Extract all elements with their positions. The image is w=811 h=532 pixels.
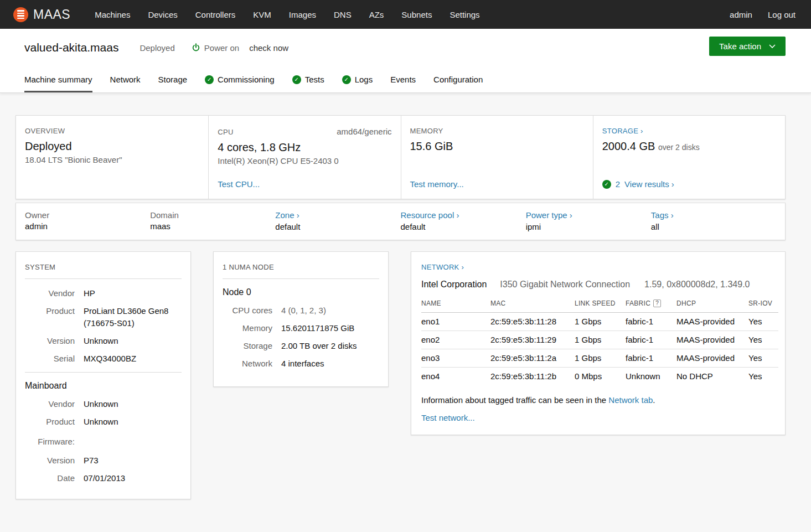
numa-memory-row: Memory15.6201171875 GiB (223, 322, 379, 334)
maas-logo-text: MAAS (33, 7, 70, 22)
tab-commissioning[interactable]: Commissioning (205, 66, 275, 92)
network-card: NETWORK › Intel Corporation I350 Gigabit… (411, 251, 786, 435)
tags-value: all (651, 222, 776, 231)
storage-cell: STORAGE › 2000.4 GB over 2 disks 2 View … (593, 116, 785, 199)
tagged-traffic-note: Information about tagged traffic can be … (421, 395, 775, 405)
storage-results-count-link[interactable]: 2 (616, 179, 620, 189)
nav-item-controllers[interactable]: Controllers (187, 0, 245, 29)
zone-link[interactable]: Zone › (275, 210, 299, 220)
test-network-link[interactable]: Test network... (421, 413, 475, 422)
nav-item-images[interactable]: Images (280, 0, 325, 29)
firmware-heading-row: Firmware: (25, 436, 182, 448)
check-power-now-link[interactable]: check now (249, 43, 288, 53)
maas-logo[interactable]: MAAS (13, 7, 70, 22)
power-type-value: ipmi (526, 222, 651, 231)
take-action-button[interactable]: Take action (709, 37, 786, 56)
tab-configuration[interactable]: Configuration (433, 66, 483, 92)
tags-link[interactable]: Tags › (651, 210, 674, 220)
system-card: SYSTEM VendorHP ProductProLiant DL360e G… (16, 251, 191, 499)
power-icon (192, 43, 200, 52)
system-heading: SYSTEM (25, 263, 182, 271)
meta-resource-pool: Resource pool › default (401, 210, 526, 231)
power-status-label: Power on (204, 43, 239, 53)
storage-size: 2000.4 GB over 2 disks (602, 140, 776, 153)
meta-power-type: Power type › ipmi (526, 210, 651, 231)
mainboard-heading: Mainboard (25, 381, 182, 391)
machine-tabs: Machine summary Network Storage Commissi… (0, 66, 811, 93)
success-check-icon (205, 75, 214, 84)
col-name: NAME (421, 296, 490, 313)
memory-size: 15.6 GiB (410, 140, 584, 153)
nav-item-logout[interactable]: Log out (760, 0, 798, 29)
storage-link[interactable]: STORAGE › (602, 127, 643, 135)
nav-item-machines[interactable]: Machines (86, 0, 139, 29)
take-action-label: Take action (719, 42, 761, 51)
tab-logs[interactable]: Logs (342, 66, 373, 92)
os-release: 18.04 LTS "Bionic Beaver" (25, 155, 199, 164)
success-check-icon (292, 75, 301, 84)
overview-card: OVERVIEW Deployed 18.04 LTS "Bionic Beav… (16, 115, 786, 199)
cpu-model: Intel(R) Xeon(R) CPU E5-2403 0 (218, 156, 391, 166)
memory-cell: MEMORY 15.6 GiB Test memory... (401, 116, 593, 199)
nav-item-subnets[interactable]: Subnets (392, 0, 441, 29)
firmware-version-row: VersionP73 (25, 454, 182, 467)
nav-item-settings[interactable]: Settings (441, 0, 488, 29)
resource-pool-value: default (401, 222, 526, 231)
test-memory-link[interactable]: Test memory... (410, 179, 464, 189)
mainboard-product-row: ProductUnknown (25, 416, 182, 428)
owner-label: Owner (25, 210, 150, 220)
col-dhcp: DHCP (676, 296, 748, 313)
nav-item-dns[interactable]: DNS (325, 0, 360, 29)
success-check-icon (342, 75, 351, 84)
tab-tests[interactable]: Tests (292, 66, 324, 92)
domain-value: maas (150, 221, 275, 231)
maas-logo-icon (13, 7, 28, 22)
chevron-down-icon (769, 44, 776, 48)
nic-info-line: Intel Corporation I350 Gigabit Network C… (421, 280, 775, 290)
tab-events[interactable]: Events (390, 66, 416, 92)
zone-value: default (275, 222, 400, 231)
fabric-help-icon[interactable]: ? (653, 299, 661, 307)
numa-heading: 1 NUMA NODE (223, 263, 379, 271)
test-cpu-link[interactable]: Test CPU... (218, 179, 260, 189)
firmware-date-row: Date07/01/2013 (25, 472, 182, 484)
overview-label: OVERVIEW (25, 127, 65, 135)
numa-storage-row: Storage2.00 TB over 2 disks (223, 340, 379, 352)
machine-summary-content: OVERVIEW Deployed 18.04 LTS "Bionic Beav… (0, 93, 811, 499)
interfaces-table: NAME MAC LINK SPEED FABRIC? DHCP SR-IOV … (421, 296, 778, 385)
resource-pool-link[interactable]: Resource pool › (401, 210, 459, 220)
numa-node-title: Node 0 (223, 287, 379, 297)
col-link-speed: LINK SPEED (575, 296, 626, 313)
col-fabric: FABRIC? (626, 296, 676, 313)
nav-item-admin[interactable]: admin (722, 0, 760, 29)
user-nav: admin Log out (722, 0, 798, 29)
cpu-cell: CPU amd64/generic 4 cores, 1.8 GHz Intel… (208, 116, 400, 199)
machine-header: valued-akita.maas Deployed Power on chec… (0, 29, 811, 66)
nav-item-devices[interactable]: Devices (139, 0, 186, 29)
top-navigation: MAAS Machines Devices Controllers KVM Im… (0, 0, 811, 29)
tab-machine-summary[interactable]: Machine summary (24, 66, 92, 92)
mainboard-vendor-row: VendorUnknown (25, 398, 182, 410)
system-version-row: VersionUnknown (25, 335, 182, 347)
network-tab-link[interactable]: Network tab (608, 395, 653, 405)
deploy-status: Deployed (25, 140, 199, 153)
storage-disks: over 2 disks (658, 143, 700, 152)
col-mac: MAC (490, 296, 575, 313)
interfaces-header-row: NAME MAC LINK SPEED FABRIC? DHCP SR-IOV (421, 296, 778, 313)
maas-app: MAAS Machines Devices Controllers KVM Im… (0, 0, 811, 532)
nic-vendor: Intel Corporation (421, 280, 487, 290)
interface-row-eno4: eno42c:59:e5:3b:11:2b0 MbpsUnknownNo DHC… (421, 368, 778, 386)
power-type-link[interactable]: Power type › (526, 210, 572, 220)
meta-tags: Tags › all (651, 210, 776, 231)
tab-network[interactable]: Network (110, 66, 141, 92)
power-status: Power on (192, 43, 239, 53)
network-link[interactable]: NETWORK › (421, 263, 464, 271)
tab-storage[interactable]: Storage (158, 66, 188, 92)
view-results-link[interactable]: View results › (624, 179, 674, 189)
nav-item-azs[interactable]: AZs (360, 0, 393, 29)
cpu-cores-speed: 4 cores, 1.8 GHz (218, 141, 391, 154)
overview-cell: OVERVIEW Deployed 18.04 LTS "Bionic Beav… (16, 116, 208, 199)
nav-item-kvm[interactable]: KVM (244, 0, 280, 29)
col-sriov: SR-IOV (748, 296, 778, 313)
interface-row-eno2: eno22c:59:e5:3b:11:291 Gbpsfabric-1MAAS-… (421, 331, 778, 349)
